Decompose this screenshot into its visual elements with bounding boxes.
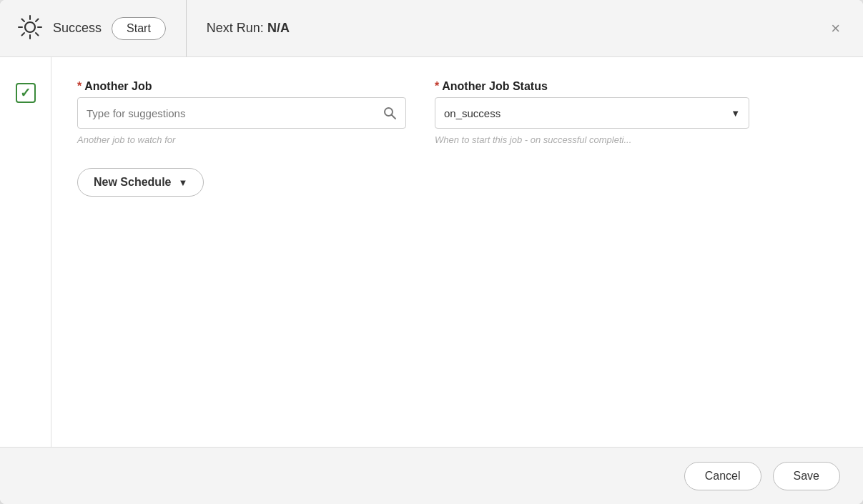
search-icon-button[interactable] <box>383 106 397 120</box>
another-job-label-text: Another Job <box>84 80 152 93</box>
svg-point-0 <box>25 22 35 32</box>
close-button[interactable]: × <box>825 18 846 39</box>
svg-line-10 <box>392 115 396 119</box>
new-schedule-label: New Schedule <box>94 176 171 189</box>
another-job-hint: Another job to watch for <box>77 134 406 145</box>
status-text: Success <box>53 21 102 36</box>
sidebar: ✓ <box>0 57 51 447</box>
dialog-body: ✓ * Another Job <box>0 57 863 447</box>
another-job-status-field: * Another Job Status on_success ▼ When t… <box>435 80 749 145</box>
header-left: Success Start <box>17 0 187 56</box>
start-button[interactable]: Start <box>112 17 166 40</box>
another-job-label: * Another Job <box>77 80 406 93</box>
header-right: Next Run: N/A × <box>187 18 846 39</box>
another-job-status-label-text: Another Job Status <box>442 80 548 93</box>
another-job-status-label: * Another Job Status <box>435 80 749 93</box>
chevron-down-icon-2: ▼ <box>178 177 187 188</box>
required-star: * <box>77 80 82 93</box>
new-schedule-button[interactable]: New Schedule ▼ <box>77 168 204 197</box>
chevron-down-icon: ▼ <box>731 108 740 119</box>
svg-line-8 <box>22 33 25 36</box>
cancel-button[interactable]: Cancel <box>684 462 761 490</box>
another-job-input[interactable] <box>87 107 383 119</box>
dialog-footer: Cancel Save <box>0 447 863 504</box>
save-button[interactable]: Save <box>773 462 840 490</box>
dialog-header: Success Start Next Run: N/A × <box>0 0 863 57</box>
next-run-label: Next Run: N/A <box>207 21 290 36</box>
next-run-value: N/A <box>267 21 290 35</box>
sun-icon <box>17 14 43 43</box>
svg-line-7 <box>36 19 39 21</box>
search-icon <box>383 106 397 120</box>
another-job-status-hint: When to start this job - on successful c… <box>435 134 749 145</box>
svg-line-5 <box>22 19 25 21</box>
fields-row: * Another Job Another job to watch for <box>77 80 837 145</box>
svg-line-6 <box>36 33 39 36</box>
another-job-status-value: on_success <box>444 107 731 119</box>
checkmark-icon: ✓ <box>20 87 31 99</box>
required-star-2: * <box>435 80 439 93</box>
checkbox[interactable]: ✓ <box>16 83 36 103</box>
dialog: Success Start Next Run: N/A × ✓ * Anothe… <box>0 0 863 504</box>
main-content: * Another Job Another job to watch for <box>51 57 863 447</box>
another-job-input-wrapper[interactable] <box>77 97 406 129</box>
another-job-field: * Another Job Another job to watch for <box>77 80 406 145</box>
another-job-status-select[interactable]: on_success ▼ <box>435 97 749 129</box>
